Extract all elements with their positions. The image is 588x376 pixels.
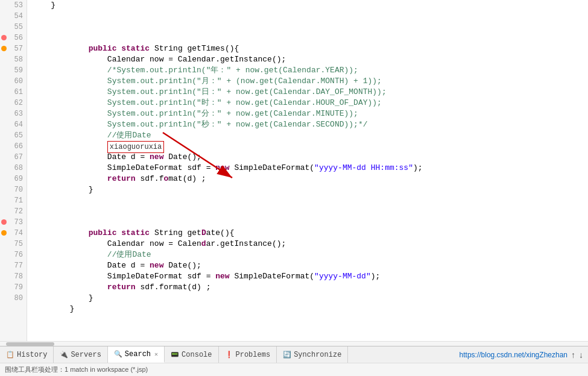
ln-64: 64 — [0, 119, 27, 130]
nav-up-arrow[interactable]: ↑ — [571, 350, 575, 360]
tab-history[interactable]: 📋 History — [0, 346, 54, 363]
tab-console[interactable]: 📟 Console — [165, 346, 218, 363]
ln-79: 79 — [0, 282, 27, 293]
ln-56: 56 — [0, 33, 27, 43]
tab-synchronize[interactable]: 🔄 Synchronize — [277, 346, 348, 363]
nav-down-arrow[interactable]: ↓ — [579, 350, 583, 360]
code-line-60: System.out.println("日：" + now.get(Calend… — [32, 76, 588, 87]
tab-servers[interactable]: 🔌 Servers — [54, 346, 107, 363]
code-line-64: //使用Date — [32, 119, 588, 130]
ln-60: 60 — [0, 76, 27, 87]
ln-66: 66 — [0, 141, 27, 152]
ln-76: 76 — [0, 249, 27, 260]
ln-65: 65 — [0, 130, 27, 141]
ln-72: 72 — [0, 206, 27, 217]
ln-54: 54 — [0, 11, 27, 22]
ln-74: 74 — [0, 228, 27, 239]
code-line-65: xiaoguoruxia — [32, 130, 588, 141]
ln-53: 53 — [0, 0, 27, 11]
code-line-71 — [32, 195, 588, 206]
tab-problems-label: Problems — [236, 351, 271, 359]
ln-78: 78 — [0, 271, 27, 282]
tab-console-label: Console — [182, 351, 212, 359]
code-line-78: return sdf.format(d) ; — [32, 271, 588, 282]
synchronize-icon: 🔄 — [283, 351, 291, 359]
code-line-57: Calendar now = Calendar.getInstance(); — [32, 43, 588, 54]
ln-58: 58 — [0, 54, 27, 65]
code-container: 53 54 55 56 57 58 59 60 61 62 63 64 65 6… — [0, 0, 588, 341]
code-line-72 — [32, 206, 588, 217]
ln-63: 63 — [0, 108, 27, 119]
code-line-68: return sdf.fomat(d) ; — [32, 163, 588, 174]
ln-55: 55 — [0, 22, 27, 33]
tab-bar-right: https://blog.csdn.net/xingZhezhan ↑ ↓ — [455, 346, 588, 363]
console-icon: 📟 — [171, 351, 179, 359]
tab-synchronize-label: Synchronize — [294, 351, 341, 359]
code-line-74: Calendar now = Calendar.getInstance(); — [32, 228, 588, 239]
scrollbar-thumb[interactable] — [6, 342, 54, 346]
line-numbers: 53 54 55 56 57 58 59 60 61 62 63 64 65 6… — [0, 0, 27, 341]
ln-62: 62 — [0, 98, 27, 108]
ln-71: 71 — [0, 195, 27, 206]
ln-73: 73 — [0, 217, 27, 228]
editor-area: 53 54 55 56 57 58 59 60 61 62 63 64 65 6… — [0, 0, 588, 346]
ln-80: 80 — [0, 293, 27, 304]
search-icon: 🔍 — [114, 350, 122, 358]
horizontal-scrollbar[interactable] — [0, 341, 588, 346]
tab-problems[interactable]: ❗ Problems — [219, 346, 277, 363]
status-text: 围绕工具栏项处理：1 match in workspace (*.jsp) — [5, 365, 148, 374]
external-link[interactable]: https://blog.csdn.net/xingZhezhan — [460, 351, 567, 359]
problems-icon: ❗ — [225, 351, 233, 359]
tab-search-label: Search — [125, 350, 151, 359]
code-line-62: System.out.println("分：" + now.get(Calend… — [32, 98, 588, 108]
ln-57: 57 — [0, 43, 27, 54]
code-line-59: System.out.println("月：" + (now.get(Calen… — [32, 65, 588, 76]
ln-69: 69 — [0, 174, 27, 184]
code-line-56: public static String getTimes(){ — [32, 33, 588, 43]
code-line-80: } — [32, 293, 588, 304]
status-bar: 围绕工具栏项处理：1 match in workspace (*.jsp) — [0, 363, 588, 376]
ln-67: 67 — [0, 152, 27, 163]
servers-icon: 🔌 — [60, 351, 68, 359]
tab-search-close[interactable]: ✕ — [154, 351, 158, 358]
code-line-63: System.out.println("秒：" + now.get(Calend… — [32, 108, 588, 119]
tab-search[interactable]: 🔍 Search ✕ — [108, 346, 165, 363]
code-line-77: SimpleDateFormat sdf = new SimpleDateFor… — [32, 260, 588, 271]
bottom-tab-bar: 📋 History 🔌 Servers 🔍 Search ✕ 📟 Console… — [0, 346, 588, 363]
code-line-79: } — [32, 282, 588, 293]
code-line-58: /*System.out.println("年：" + now.get(Cale… — [32, 54, 588, 65]
code-content[interactable]: } public static String getTimes(){ Calen… — [27, 0, 588, 341]
code-line-70 — [32, 184, 588, 195]
code-line-67: SimpleDateFormat sdf = new SimpleDateFor… — [32, 152, 588, 163]
code-line-53: } — [32, 0, 588, 11]
code-line-76: Date d = new Date(); — [32, 249, 588, 260]
ln-68: 68 — [0, 163, 27, 174]
code-line-54 — [32, 11, 588, 22]
code-line-75: //使用Date — [32, 239, 588, 249]
ln-59: 59 — [0, 65, 27, 76]
history-icon: 📋 — [6, 351, 14, 359]
ln-75: 75 — [0, 239, 27, 249]
tab-servers-label: Servers — [71, 351, 101, 359]
ln-77: 77 — [0, 260, 27, 271]
code-line-69: } — [32, 174, 588, 184]
code-line-73: public static String getDate(){ — [32, 217, 588, 228]
ln-70: 70 — [0, 184, 27, 195]
tab-history-label: History — [17, 351, 47, 359]
ln-61: 61 — [0, 87, 27, 98]
code-line-55 — [32, 22, 588, 33]
code-line-66: Date d = new Date(); — [32, 141, 588, 152]
code-line-61: System.out.println("时：" + now.get(Calend… — [32, 87, 588, 98]
